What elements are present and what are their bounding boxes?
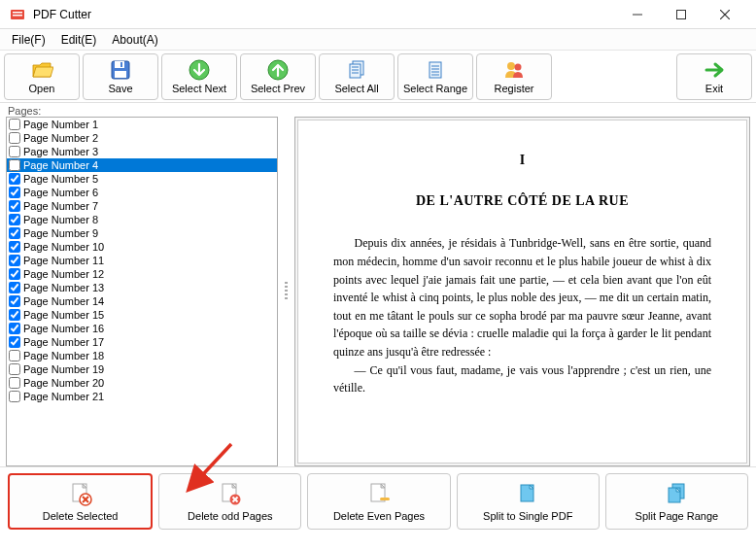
page-item-label: Page Number 21 (23, 391, 104, 402)
page-list-item[interactable]: Page Number 18 (7, 349, 277, 362)
page-item-label: Page Number 19 (23, 363, 104, 375)
page-item-label: Page Number 7 (23, 200, 98, 212)
page-list-item[interactable]: Page Number 3 (7, 145, 277, 158)
svg-rect-14 (350, 64, 361, 78)
svg-rect-9 (120, 62, 122, 67)
svg-rect-18 (430, 62, 441, 78)
svg-rect-4 (676, 10, 685, 18)
page-list-item[interactable]: Page Number 7 (7, 199, 277, 213)
page-list-item[interactable]: Page Number 19 (7, 362, 277, 376)
page-list-item[interactable]: Page Number 21 (7, 390, 277, 403)
menubar: File(F) Edit(E) About(A) (0, 29, 756, 51)
page-list-item[interactable]: Page Number 12 (7, 267, 277, 281)
page-item-label: Page Number 17 (23, 336, 104, 348)
page-checkbox[interactable] (9, 309, 20, 321)
split-single-button[interactable]: Split to Single PDF (457, 473, 600, 530)
exit-button[interactable]: Exit (676, 53, 752, 100)
preview-page: I DE L'AUTRE CÔTÉ DE LA RUE Depuis dix a… (297, 120, 747, 464)
pages-range-icon (424, 58, 447, 82)
page-checkbox[interactable] (9, 391, 20, 402)
preview-paragraph: Depuis dix années, je résidais à Tunbrid… (333, 234, 711, 361)
page-checkbox[interactable] (9, 241, 20, 253)
close-button[interactable] (703, 1, 746, 28)
delete-even-button[interactable]: Delete Even Pages (307, 473, 450, 530)
page-checkbox[interactable] (9, 255, 20, 266)
splitter[interactable] (284, 117, 289, 466)
svg-rect-10 (115, 71, 126, 78)
page-list-item[interactable]: Page Number 6 (7, 186, 277, 199)
page-checkbox[interactable] (9, 159, 20, 171)
page-list-item[interactable]: Page Number 16 (7, 322, 277, 335)
svg-rect-1 (13, 12, 22, 14)
page-item-label: Page Number 10 (23, 241, 104, 253)
page-list-item[interactable]: Page Number 15 (7, 308, 277, 322)
delete-odd-button[interactable]: Delete odd Pages (158, 473, 301, 530)
page-split-range-icon (663, 481, 690, 508)
menu-file[interactable]: File(F) (4, 31, 53, 49)
page-item-label: Page Number 9 (23, 227, 98, 239)
page-checkbox[interactable] (9, 119, 20, 130)
page-item-label: Page Number 20 (23, 377, 104, 389)
page-item-label: Page Number 6 (23, 187, 98, 198)
page-checkbox[interactable] (9, 173, 20, 185)
page-list-item[interactable]: Page Number 2 (7, 131, 277, 145)
page-list-item[interactable]: Page Number 8 (7, 213, 277, 226)
page-checkbox[interactable] (9, 227, 20, 239)
page-item-label: Page Number 5 (23, 173, 98, 185)
page-split-single-icon (514, 481, 541, 508)
chapter-number: I (333, 150, 711, 171)
page-list-item[interactable]: Page Number 11 (7, 254, 277, 267)
window-title: PDF Cutter (33, 8, 615, 21)
page-list-item[interactable]: Page Number 20 (7, 376, 277, 390)
page-checkbox[interactable] (9, 187, 20, 198)
page-checkbox[interactable] (9, 132, 20, 144)
page-checkbox[interactable] (9, 200, 20, 212)
select-all-button[interactable]: Select All (319, 53, 395, 100)
page-checkbox[interactable] (9, 377, 20, 389)
page-checkbox[interactable] (9, 146, 20, 157)
page-checkbox[interactable] (9, 268, 20, 280)
svg-rect-2 (13, 15, 22, 17)
split-range-button[interactable]: Split Page Range (605, 473, 748, 530)
menu-edit[interactable]: Edit(E) (53, 31, 105, 49)
register-button[interactable]: Register (476, 53, 552, 100)
maximize-button[interactable] (659, 1, 703, 28)
page-list-item[interactable]: Page Number 9 (7, 226, 277, 240)
select-range-button[interactable]: Select Range (397, 53, 473, 100)
page-list[interactable]: Page Number 1Page Number 2Page Number 3P… (6, 117, 278, 466)
toolbar: Open Save Select Next Select Prev Select… (0, 51, 756, 103)
pages-stack-icon (345, 58, 368, 82)
svg-point-24 (515, 64, 522, 71)
page-item-label: Page Number 16 (23, 323, 104, 334)
page-list-item[interactable]: Page Number 17 (7, 335, 277, 349)
page-list-item[interactable]: Page Number 4 (7, 158, 277, 172)
select-next-button[interactable]: Select Next (161, 53, 237, 100)
minimize-button[interactable] (615, 1, 659, 28)
page-checkbox[interactable] (9, 295, 20, 307)
page-item-label: Page Number 15 (23, 309, 104, 321)
page-list-item[interactable]: Page Number 14 (7, 294, 277, 308)
page-list-item[interactable]: Page Number 10 (7, 240, 277, 254)
preview-panel: I DE L'AUTRE CÔTÉ DE LA RUE Depuis dix a… (294, 117, 750, 466)
page-list-item[interactable]: Page Number 13 (7, 281, 277, 294)
main-area: Page Number 1Page Number 2Page Number 3P… (0, 117, 756, 466)
page-item-label: Page Number 18 (23, 350, 104, 361)
page-checkbox[interactable] (9, 214, 20, 225)
page-list-item[interactable]: Page Number 1 (7, 118, 277, 131)
page-list-item[interactable]: Page Number 5 (7, 172, 277, 186)
page-checkbox[interactable] (9, 350, 20, 361)
select-prev-button[interactable]: Select Prev (240, 53, 316, 100)
menu-about[interactable]: About(A) (104, 31, 165, 49)
page-delete-even-icon (365, 481, 393, 508)
open-button[interactable]: Open (4, 53, 80, 100)
page-item-label: Page Number 13 (23, 282, 104, 293)
page-checkbox[interactable] (9, 336, 20, 348)
save-button[interactable]: Save (83, 53, 158, 100)
delete-selected-button[interactable]: Delete Selected (8, 473, 153, 530)
page-checkbox[interactable] (9, 282, 20, 293)
page-checkbox[interactable] (9, 363, 20, 375)
exit-arrow-icon (703, 58, 726, 82)
arrow-up-circle-icon (266, 58, 290, 82)
page-checkbox[interactable] (9, 323, 20, 334)
page-item-label: Page Number 11 (23, 255, 104, 266)
